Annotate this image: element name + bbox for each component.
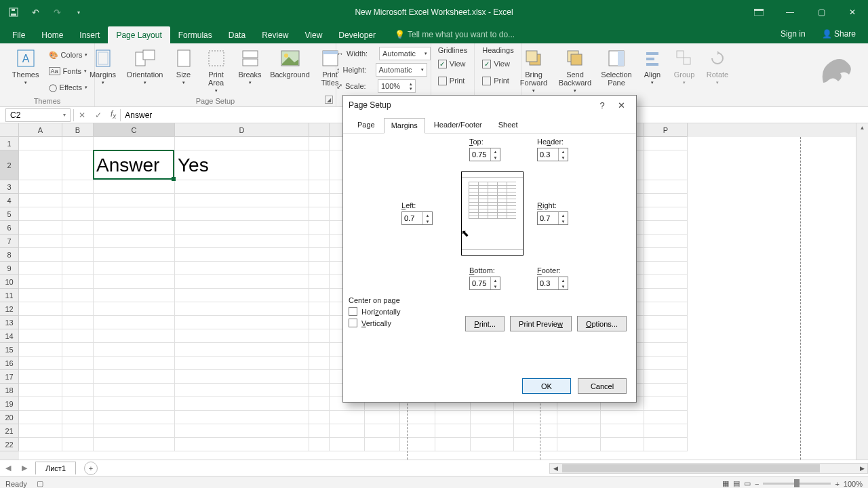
cell[interactable] bbox=[175, 397, 309, 411]
cell[interactable] bbox=[19, 262, 62, 275]
cell[interactable] bbox=[19, 302, 62, 316]
cell[interactable] bbox=[309, 370, 330, 384]
top-spinner[interactable]: ▲▼ bbox=[469, 148, 500, 161]
cell[interactable] bbox=[330, 438, 365, 451]
cell[interactable] bbox=[175, 424, 309, 438]
minimize-icon[interactable]: — bbox=[774, 0, 806, 24]
cell[interactable] bbox=[514, 424, 557, 438]
cell[interactable] bbox=[309, 207, 330, 221]
row-header[interactable]: 14 bbox=[0, 329, 19, 343]
dialog-tab-header-footer[interactable]: Header/Footer bbox=[427, 117, 490, 133]
cell[interactable] bbox=[644, 275, 688, 289]
cell[interactable] bbox=[19, 438, 62, 451]
zoom-percent[interactable]: 100% bbox=[844, 480, 863, 488]
cell[interactable] bbox=[19, 248, 62, 262]
cell[interactable] bbox=[309, 137, 330, 150]
cell[interactable] bbox=[19, 180, 62, 194]
cell[interactable] bbox=[62, 137, 94, 150]
dialog-help-button[interactable]: ? bbox=[593, 96, 612, 115]
cell[interactable] bbox=[94, 357, 175, 370]
tell-me[interactable]: 💡 Tell me what you want to do... bbox=[388, 26, 521, 43]
center-vertically-check[interactable]: Vertically bbox=[349, 319, 400, 327]
cell[interactable] bbox=[19, 137, 62, 150]
row-header[interactable]: 2 bbox=[0, 150, 19, 180]
cell[interactable] bbox=[644, 289, 688, 302]
size-button[interactable]: Size▾ bbox=[170, 46, 197, 85]
row-header[interactable]: 16 bbox=[0, 357, 19, 370]
dialog-close-button[interactable]: ✕ bbox=[612, 96, 631, 115]
cell[interactable] bbox=[62, 262, 94, 275]
row-header[interactable]: 22 bbox=[0, 438, 19, 451]
row-header[interactable]: 21 bbox=[0, 424, 19, 438]
height-combo[interactable]: Automatic▾ bbox=[376, 63, 427, 77]
cell[interactable] bbox=[62, 302, 94, 316]
cell[interactable] bbox=[62, 316, 94, 329]
cell[interactable] bbox=[365, 438, 400, 451]
row-header[interactable]: 3 bbox=[0, 180, 19, 194]
row-header[interactable]: 18 bbox=[0, 384, 19, 397]
cell[interactable] bbox=[644, 424, 688, 438]
select-all-button[interactable] bbox=[0, 123, 19, 137]
cell[interactable] bbox=[94, 194, 175, 207]
cell[interactable] bbox=[94, 275, 175, 289]
name-box[interactable]: C2▾ bbox=[5, 108, 71, 122]
cell[interactable] bbox=[309, 248, 330, 262]
cell[interactable]: Yes bbox=[175, 150, 309, 180]
cell[interactable] bbox=[309, 384, 330, 397]
cell[interactable] bbox=[644, 207, 688, 221]
cell[interactable] bbox=[175, 180, 309, 194]
cell[interactable] bbox=[94, 424, 175, 438]
headings-print-check[interactable]: Print bbox=[482, 73, 509, 88]
cell[interactable] bbox=[644, 194, 688, 207]
new-sheet-button[interactable]: + bbox=[84, 462, 98, 475]
cell[interactable] bbox=[175, 275, 309, 289]
width-combo[interactable]: Automatic▾ bbox=[379, 47, 431, 60]
cell[interactable] bbox=[601, 424, 644, 438]
cell[interactable] bbox=[62, 424, 94, 438]
cell[interactable] bbox=[309, 275, 330, 289]
cell[interactable] bbox=[471, 438, 514, 451]
fx-icon[interactable]: fx bbox=[106, 109, 120, 120]
cell[interactable] bbox=[175, 357, 309, 370]
print-area-button[interactable]: Print Area▾ bbox=[201, 46, 231, 94]
row-header[interactable]: 6 bbox=[0, 221, 19, 235]
cell[interactable] bbox=[309, 397, 330, 411]
macro-record-icon[interactable]: ▢ bbox=[37, 479, 43, 488]
cell[interactable] bbox=[94, 289, 175, 302]
cell[interactable] bbox=[94, 397, 175, 411]
cell[interactable] bbox=[175, 384, 309, 397]
cell[interactable] bbox=[309, 316, 330, 329]
row-header[interactable]: 17 bbox=[0, 370, 19, 384]
cell[interactable] bbox=[62, 150, 94, 180]
cell[interactable] bbox=[19, 384, 62, 397]
qat-customize-icon[interactable]: ▾ bbox=[71, 4, 87, 20]
cell[interactable] bbox=[62, 397, 94, 411]
bring-forward-button[interactable]: Bring Forward▾ bbox=[515, 46, 552, 94]
tab-page-layout[interactable]: Page Layout bbox=[108, 26, 170, 43]
cell[interactable] bbox=[309, 411, 330, 424]
dialog-options-button[interactable]: Options... bbox=[577, 316, 627, 331]
cell[interactable] bbox=[309, 302, 330, 316]
cell[interactable] bbox=[94, 302, 175, 316]
cell[interactable] bbox=[644, 438, 688, 451]
cell[interactable] bbox=[175, 302, 309, 316]
cell[interactable] bbox=[19, 411, 62, 424]
cell[interactable] bbox=[557, 438, 601, 451]
row-header[interactable]: 8 bbox=[0, 248, 19, 262]
cell[interactable] bbox=[309, 289, 330, 302]
cell[interactable] bbox=[94, 221, 175, 235]
cell[interactable] bbox=[471, 411, 514, 424]
cell[interactable] bbox=[644, 221, 688, 235]
dialog-ok-button[interactable]: OK bbox=[522, 378, 571, 394]
dialog-print-button[interactable]: Print... bbox=[465, 316, 505, 331]
dialog-cancel-button[interactable]: Cancel bbox=[578, 378, 627, 394]
maximize-icon[interactable]: ▢ bbox=[806, 0, 837, 24]
cell[interactable] bbox=[62, 180, 94, 194]
headings-view-check[interactable]: ✓View bbox=[482, 56, 510, 71]
cell[interactable] bbox=[644, 180, 688, 194]
cell[interactable] bbox=[19, 275, 62, 289]
cell[interactable] bbox=[175, 207, 309, 221]
dialog-tab-margins[interactable]: Margins bbox=[384, 118, 425, 134]
cell[interactable] bbox=[62, 384, 94, 397]
cell[interactable]: Answer bbox=[94, 150, 175, 180]
